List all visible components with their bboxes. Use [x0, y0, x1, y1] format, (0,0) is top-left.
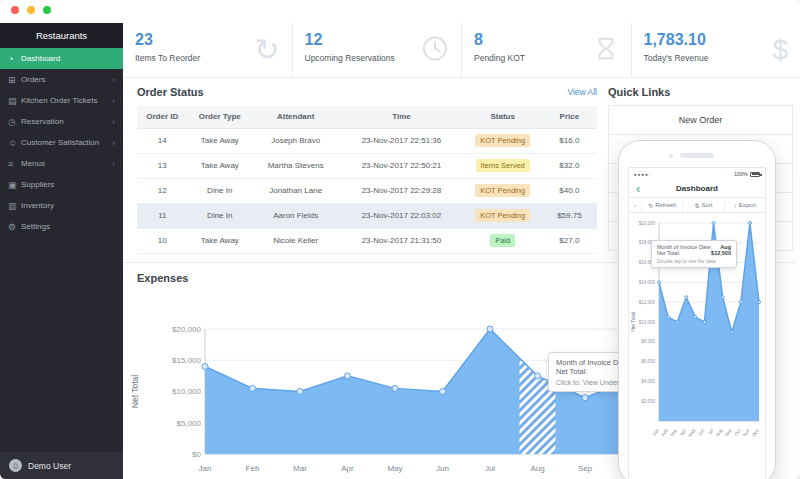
close-window-button[interactable]	[11, 6, 19, 14]
phone-page-title: Dashboard	[676, 184, 718, 193]
table-row-order-14[interactable]: 14Take AwayJoseph Bravo23-Nov-2017 22:51…	[137, 128, 597, 153]
svg-text:Mar: Mar	[293, 464, 307, 473]
chevron-right-icon: ›	[112, 75, 115, 85]
cell-time: 23-Nov-2017 22:29:28	[339, 178, 463, 203]
stat-card-pending-kot: 8Pending KOT	[462, 23, 632, 77]
cell-price: $16.0	[542, 128, 597, 153]
phone-toolbar: › ↻Refresh⇅Sort↓Export	[629, 198, 765, 213]
svg-text:$5,000: $5,000	[177, 419, 202, 428]
chevron-right-icon: ›	[112, 117, 115, 127]
svg-text:Net Total: Net Total	[630, 312, 636, 332]
sidebar-item-label: Orders	[21, 75, 112, 84]
cell-status: KOT Pending	[464, 203, 542, 228]
minimize-window-button[interactable]	[27, 6, 35, 14]
kitchen-tickets-icon: ▤	[8, 96, 21, 106]
cell-order-id: 11	[137, 203, 188, 228]
sidebar-item-reservation[interactable]: ◷Reservation›	[0, 111, 123, 132]
svg-text:Net Total: Net Total	[130, 375, 140, 409]
cell-order-type: Take Away	[188, 228, 252, 253]
svg-text:$15,000: $15,000	[172, 356, 201, 365]
phone-chart-tooltip: Month of Invoice Date: Aug Net Total: $1…	[651, 240, 737, 268]
phone-tool-label: Export	[739, 202, 756, 208]
tooltip-total-value: $12,500	[711, 250, 731, 256]
svg-text:Dec: Dec	[751, 427, 760, 437]
sidebar-item-kitchen-order-tickets[interactable]: ▤Kitchen Order Tickets›	[0, 90, 123, 111]
phone-tool-label: Refresh	[655, 202, 676, 208]
zoom-window-button[interactable]	[43, 6, 51, 14]
user-menu[interactable]: ☺ Demo User	[0, 452, 123, 479]
sidebar-item-suppliers[interactable]: ▣Suppliers	[0, 174, 123, 195]
tooltip-hint: Double tap to see the data	[657, 258, 731, 264]
cell-attendant: Aaron Fields	[252, 203, 339, 228]
svg-text:$14,000: $14,000	[639, 280, 656, 285]
stat-value: 1,783.10	[644, 31, 789, 49]
cell-attendant: Jonathan Lane	[252, 178, 339, 203]
expander-icon[interactable]: ›	[629, 198, 641, 212]
svg-text:Nov: Nov	[742, 427, 751, 437]
cell-time: 23-Nov-2017 21:31:50	[339, 228, 463, 253]
hourglass-icon	[593, 36, 619, 65]
cell-status: KOT Pending	[464, 128, 542, 153]
cell-time: 23-Nov-2017 22:51:36	[339, 128, 463, 153]
phone-tool-export[interactable]: ↓Export	[724, 198, 765, 212]
export-icon: ↓	[734, 202, 737, 208]
phone-tool-sort[interactable]: ⇅Sort	[682, 198, 723, 212]
status-badge: Items Served	[476, 159, 530, 172]
cell-status: KOT Pending	[464, 178, 542, 203]
reservation-icon: ◷	[8, 117, 21, 127]
app-title: Restaurants	[0, 23, 123, 48]
svg-text:Apr: Apr	[341, 464, 354, 473]
order-status-section: Order Status View All Order IDOrder Type…	[137, 86, 597, 254]
cell-attendant: Joseph Bravo	[252, 128, 339, 153]
sidebar-item-orders[interactable]: ⊞Orders›	[0, 69, 123, 90]
column-header-order-type: Order Type	[188, 106, 252, 128]
sidebar-item-dashboard[interactable]: ◔Dashboard	[0, 48, 123, 69]
svg-text:Feb: Feb	[246, 464, 260, 473]
sidebar-item-label: Menus	[21, 159, 112, 168]
sidebar-item-inventory[interactable]: ▥Inventory	[0, 195, 123, 216]
expenses-chart[interactable]: $0$5,000$10,000$15,000$20,000JanFebMarAp…	[120, 316, 690, 476]
battery-icon	[750, 172, 760, 177]
user-avatar-icon: ☺	[9, 459, 22, 472]
view-all-link[interactable]: View All	[567, 87, 597, 97]
orders-table: Order IDOrder TypeAttendantTimeStatusPri…	[137, 106, 597, 254]
sort-icon: ⇅	[694, 202, 699, 209]
sidebar-item-customer-satisfaction[interactable]: ☺Customer Satisfaction›	[0, 132, 123, 153]
cell-price: $32.0	[542, 153, 597, 178]
status-badge: KOT Pending	[475, 184, 530, 197]
back-button[interactable]: ‹	[636, 181, 640, 197]
battery-percent: 100%	[734, 171, 748, 177]
phone-status-bar: ●●●●◦ 100%	[629, 168, 765, 180]
user-name: Demo User	[28, 461, 71, 471]
cell-price: $27.0	[542, 228, 597, 253]
sidebar-item-label: Dashboard	[21, 54, 115, 63]
cell-order-id: 14	[137, 128, 188, 153]
phone-tool-label: Sort	[702, 202, 713, 208]
signal-icon: ●●●●◦	[634, 172, 651, 177]
status-badge: KOT Pending	[475, 134, 530, 147]
sidebar-item-menus[interactable]: ≡Menus›	[0, 153, 123, 174]
svg-text:Jun: Jun	[436, 464, 449, 473]
page: Restaurants ◔Dashboard⊞Orders›▤Kitchen O…	[0, 0, 800, 479]
svg-text:Jun: Jun	[697, 428, 706, 437]
table-row-order-10[interactable]: 10Take AwayNicole Keller23-Nov-2017 21:3…	[137, 228, 597, 253]
column-header-status: Status	[464, 106, 542, 128]
order-status-title: Order Status	[137, 86, 204, 98]
table-row-order-12[interactable]: 12Dine InJonathan Lane23-Nov-2017 22:29:…	[137, 178, 597, 203]
cell-price: $59.75	[542, 203, 597, 228]
quick-link-new-order[interactable]: New Order	[609, 106, 792, 135]
svg-text:$10,000: $10,000	[639, 320, 656, 325]
sidebar-item-settings[interactable]: ⚙Settings	[0, 216, 123, 237]
phone-tool-refresh[interactable]: ↻Refresh	[641, 198, 682, 212]
phone-screen: ●●●●◦ 100% ‹ Dashboard › ↻Refresh⇅Sort↓E…	[628, 167, 766, 479]
table-row-order-13[interactable]: 13Take AwayMartha Stevens23-Nov-2017 22:…	[137, 153, 597, 178]
phone-camera-icon	[669, 154, 673, 158]
table-row-order-11[interactable]: 11Dine InAaron Fields23-Nov-2017 22:03:0…	[137, 203, 597, 228]
svg-text:$4,000: $4,000	[641, 379, 655, 384]
chevron-right-icon: ›	[112, 96, 115, 106]
stat-card-items-to-reorder: 23Items To Reorder↻	[123, 23, 293, 77]
sidebar: Restaurants ◔Dashboard⊞Orders›▤Kitchen O…	[0, 23, 123, 479]
svg-text:Jan: Jan	[199, 464, 212, 473]
cell-price: $40.0	[542, 178, 597, 203]
refresh-icon: ↻	[648, 202, 653, 209]
